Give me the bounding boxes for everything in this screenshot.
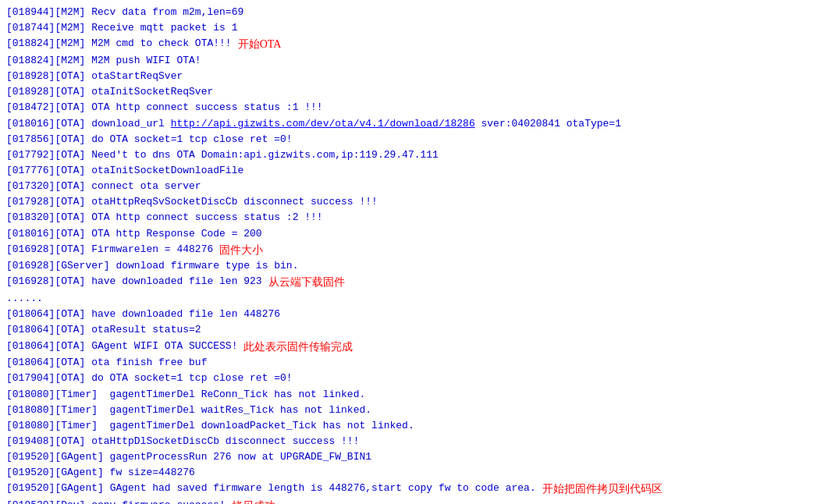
log-line: [018016][OTA] download_url http://api.gi… <box>6 116 811 132</box>
log-text: [017856][OTA] do OTA socket=1 tcp close … <box>6 132 293 147</box>
annotation: 从云端下载固件 <box>268 274 345 291</box>
log-text-pre: [018064][OTA] <box>6 339 91 354</box>
log-line: [018824][M2M] M2M push WIFI OTA! <box>6 53 811 69</box>
log-text: [018064][OTA] otaResult status=2 <box>6 322 201 338</box>
log-text: [017792][OTA] Need't to dns OTA Domain:a… <box>6 147 439 163</box>
log-text: [018744][M2M] Receive mqtt packet is 1 <box>6 20 237 36</box>
log-line: [018928][OTA] otaInitSocketReqSver <box>6 84 811 100</box>
log-line: [017776][OTA] otaInitSocketDownloadFile <box>6 163 811 179</box>
log-text: ...... <box>6 291 43 307</box>
log-text: [017904][OTA] do OTA socket=1 tcp close … <box>6 371 293 386</box>
log-line: [018944][M2M] Recv data from m2m,len=69 <box>6 5 811 20</box>
log-text-pre: [018064][OTA] <box>6 307 91 322</box>
log-line: [017904][OTA] do OTA socket=1 tcp close … <box>6 371 811 386</box>
log-text: [017776][OTA] otaInitSocketDownloadFile <box>6 163 243 179</box>
log-text-post: sver:04020841 otaType=1 <box>475 116 621 132</box>
annotation: 拷贝成功 <box>232 498 275 504</box>
log-line: [016928][OTA] Firmwarelen = 448276固件大小 <box>6 242 811 259</box>
log-line: [019520][Dev] copy firmware success!拷贝成功 <box>6 498 811 504</box>
log-container: [018944][M2M] Recv data from m2m,len=69[… <box>0 0 817 504</box>
log-text: [018944][M2M] Recv data from m2m,len=69 <box>6 5 243 20</box>
log-line: [017792][OTA] Need't to dns OTA Domain:a… <box>6 147 811 163</box>
log-text-pre: [018824][M2M] <box>6 36 91 51</box>
log-line: [017320][OTA] connect ota server <box>6 179 811 194</box>
annotation: 固件大小 <box>219 242 263 259</box>
log-text: [019408][OTA] otaHttpDlSocketDiscCb disc… <box>6 434 359 449</box>
log-text: [019520][GAgent] gagentProcessRun 276 no… <box>6 449 371 465</box>
log-line: [019520][GAgent] fw size=448276 <box>6 465 811 481</box>
log-highlight: copy firmware success! <box>91 498 226 504</box>
annotation: 开始把固件拷贝到代码区 <box>542 481 662 498</box>
log-text-pre: [016928][OTA] <box>6 274 91 289</box>
log-line: [018744][M2M] Receive mqtt packet is 1 <box>6 20 811 36</box>
log-text: [018064][OTA] ota finish free buf <box>6 355 207 371</box>
log-text: [018928][OTA] otaStartReqSver <box>6 69 183 84</box>
log-line: [018064][OTA] ota finish free buf <box>6 355 811 371</box>
log-line: [018080][Timer] gagentTimerDel waitRes_T… <box>6 403 811 418</box>
log-highlight: GAgent WIFI OTA SUCCESS! <box>91 339 237 354</box>
log-url: http://api.gizwits.com/dev/ota/v4.1/down… <box>171 116 475 132</box>
log-text: [018080][Timer] gagentTimerDel downloadP… <box>6 418 414 434</box>
log-line: [018080][Timer] gagentTimerDel downloadP… <box>6 418 811 434</box>
log-line: [018320][OTA] OTA http connect success s… <box>6 210 811 225</box>
log-text-pre: [019520][GAgent] <box>6 481 110 496</box>
log-text: [018016][OTA] OTA http Response Code = 2… <box>6 226 262 242</box>
log-line: [018016][OTA] OTA http Response Code = 2… <box>6 226 811 242</box>
log-text: [018824][M2M] M2M push WIFI OTA! <box>6 53 201 69</box>
log-text: [016928][GServer] download firmware type… <box>6 258 298 274</box>
log-line: [018064][OTA] GAgent WIFI OTA SUCCESS!此处… <box>6 339 811 356</box>
log-text: [017320][OTA] connect ota server <box>6 179 201 194</box>
log-text: [018080][Timer] gagentTimerDel ReConn_Ti… <box>6 387 365 403</box>
log-text-pre: [016928][OTA] <box>6 242 91 257</box>
log-line: [018064][OTA] have downloaded file len 4… <box>6 307 811 322</box>
log-line: [019520][GAgent] GAgent had saved firmwa… <box>6 481 811 498</box>
log-line: [016928][OTA] have downloaded file len 9… <box>6 274 811 291</box>
log-line: [019408][OTA] otaHttpDlSocketDiscCb disc… <box>6 434 811 449</box>
log-text: [018928][OTA] otaInitSocketReqSver <box>6 84 213 100</box>
log-line: [018824][M2M] M2M cmd to check OTA!!!开始O… <box>6 36 811 53</box>
log-text: [018320][OTA] OTA http connect success s… <box>6 210 323 225</box>
log-highlight: GAgent had saved firmware length is 4482… <box>110 481 536 496</box>
log-line: [018064][OTA] otaResult status=2 <box>6 322 811 338</box>
log-text: [018080][Timer] gagentTimerDel waitRes_T… <box>6 403 371 418</box>
log-line: ...... <box>6 291 811 307</box>
log-line: [019520][GAgent] gagentProcessRun 276 no… <box>6 449 811 465</box>
log-line: [017928][OTA] otaHttpReqSvSocketDiscCb d… <box>6 194 811 210</box>
log-highlight: M2M cmd to check OTA!!! <box>91 36 231 51</box>
log-line: [018080][Timer] gagentTimerDel ReConn_Ti… <box>6 387 811 403</box>
log-highlight: Firmwarelen = 448276 <box>91 242 213 257</box>
log-line: [018472][OTA] OTA http connect success s… <box>6 100 811 115</box>
log-text: [017928][OTA] otaHttpReqSvSocketDiscCb d… <box>6 194 378 210</box>
log-highlight: have downloaded file len 448276 <box>91 307 280 322</box>
log-text-pre: [019520][Dev] <box>6 498 91 504</box>
log-line: [016928][GServer] download firmware type… <box>6 258 811 274</box>
log-text: [018016][OTA] download_url <box>6 116 171 132</box>
annotation: 此处表示固件传输完成 <box>243 339 353 356</box>
log-text: [018472][OTA] OTA http connect success s… <box>6 100 323 115</box>
log-highlight: have downloaded file len 923 <box>91 274 261 289</box>
log-line: [018928][OTA] otaStartReqSver <box>6 69 811 84</box>
annotation: 开始OTA <box>238 36 282 53</box>
log-line: [017856][OTA] do OTA socket=1 tcp close … <box>6 132 811 147</box>
log-text: [019520][GAgent] fw size=448276 <box>6 465 195 481</box>
